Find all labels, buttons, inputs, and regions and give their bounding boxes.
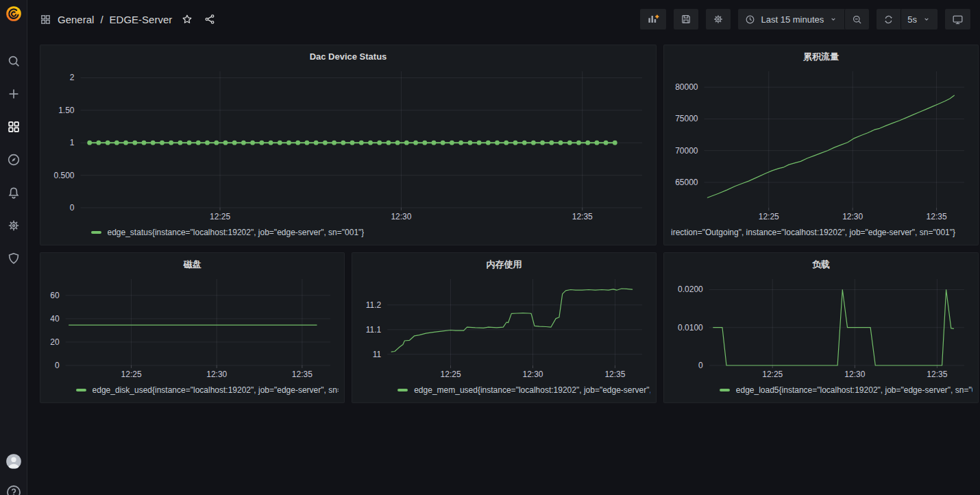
add-panel-button[interactable] [640, 9, 666, 29]
svg-text:12:30: 12:30 [206, 370, 227, 379]
legend-series-marker[interactable] [397, 389, 408, 391]
svg-text:12:25: 12:25 [121, 370, 142, 379]
panel-title[interactable]: 负载 [670, 257, 972, 274]
cycle-view-mode-button[interactable] [945, 9, 970, 29]
legend-series-marker[interactable] [91, 231, 101, 234]
legend-series-marker[interactable] [720, 389, 730, 391]
legend-series-marker[interactable] [76, 389, 86, 391]
refresh-button[interactable] [877, 9, 901, 29]
save-dashboard-button[interactable] [674, 9, 698, 29]
svg-text:40: 40 [50, 314, 60, 324]
breadcrumb-separator: / [100, 14, 103, 25]
refresh-interval-picker[interactable]: 5s [901, 9, 938, 29]
svg-text:12:25: 12:25 [210, 212, 230, 221]
sidebar-explore-button[interactable] [0, 143, 27, 176]
legend-series-name[interactable]: irection="Outgoing", instance="localhost… [671, 228, 955, 237]
sidebar-create-button[interactable] [0, 77, 27, 110]
svg-text:12:30: 12:30 [844, 370, 865, 379]
sidebar-dashboards-button[interactable] [0, 110, 27, 143]
time-range-picker[interactable]: Last 15 minutes [738, 9, 844, 29]
help-circle-icon [5, 484, 22, 495]
shield-icon [6, 251, 21, 266]
svg-text:0.500: 0.500 [53, 171, 74, 180]
svg-text:70000: 70000 [675, 146, 698, 156]
bell-icon [6, 185, 21, 200]
gear-icon [6, 218, 21, 233]
sidebar-alerting-button[interactable] [0, 176, 27, 209]
breadcrumb-folder[interactable]: General [58, 14, 94, 25]
refresh-controls: 5s [877, 9, 938, 29]
chart-plot-area: 12:2512:3012:3500.50011.502 [46, 66, 650, 226]
zoom-out-time-button[interactable] [844, 9, 869, 29]
svg-text:12:35: 12:35 [572, 212, 593, 221]
chart-canvas[interactable]: 12:2512:3012:3565000700007500080000 [670, 66, 972, 226]
chart-canvas[interactable]: 12:2512:3012:351111.111.2 [358, 274, 650, 383]
svg-text:12:35: 12:35 [927, 212, 947, 221]
svg-text:12:25: 12:25 [441, 370, 461, 379]
panel-row-2: 磁盘 12:2512:3012:350204060 edge_disk_used… [40, 252, 979, 403]
breadcrumb: General / EDGE-Server [40, 13, 216, 25]
save-icon [680, 13, 692, 25]
user-avatar[interactable] [5, 452, 23, 473]
grafana-logo[interactable] [5, 5, 23, 25]
svg-text:0: 0 [55, 361, 60, 370]
panel-title[interactable]: 磁盘 [46, 257, 339, 274]
svg-text:12:30: 12:30 [842, 212, 863, 221]
dashboards-grid-icon [6, 119, 21, 134]
compass-icon [6, 152, 21, 167]
chart-plot-area: 12:2512:3012:3500.01000.0200 [670, 274, 972, 383]
sidebar-configuration-button[interactable] [0, 209, 27, 242]
refresh-icon [883, 14, 894, 25]
chevron-down-icon [829, 14, 838, 24]
refresh-interval-label: 5s [907, 14, 917, 25]
svg-text:11.1: 11.1 [366, 325, 382, 335]
sidebar-search-button[interactable] [0, 45, 27, 77]
favorite-button[interactable] [181, 13, 193, 25]
clock-icon [744, 14, 756, 25]
zoom-out-icon [851, 14, 863, 25]
svg-text:80000: 80000 [675, 82, 698, 92]
svg-text:1.50: 1.50 [58, 106, 75, 115]
dashboard-header: General / EDGE-Server [27, 0, 980, 38]
panel-title[interactable]: Dac Device Status [46, 49, 650, 66]
panel-title[interactable]: 累积流量 [670, 49, 972, 66]
grafana-logo-icon [5, 5, 23, 23]
dashboard-grid-button[interactable] [40, 14, 51, 25]
chart-canvas[interactable]: 12:2512:3012:3500.50011.502 [46, 66, 650, 226]
panel-load: 负载 12:2512:3012:3500.01000.0200 edge_loa… [663, 252, 979, 403]
main-area: General / EDGE-Server [27, 0, 980, 495]
legend-series-name[interactable]: edge_load5{instance="localhost:19202", j… [736, 385, 972, 395]
svg-text:12:30: 12:30 [391, 212, 411, 221]
panel-dac-device-status: Dac Device Status 12:2512:3012:3500.5001… [40, 45, 657, 245]
monitor-icon [951, 13, 964, 26]
panel-row-1: Dac Device Status 12:2512:3012:3500.5001… [40, 45, 979, 245]
dashboard-settings-button[interactable] [706, 9, 731, 29]
share-icon [204, 13, 216, 25]
plus-icon [6, 86, 21, 101]
dashboard-toolbar: Last 15 minutes [640, 9, 970, 29]
svg-text:11: 11 [373, 350, 382, 359]
chart-canvas[interactable]: 12:2512:3012:3500.01000.0200 [670, 274, 972, 383]
apps-grid-icon [40, 14, 51, 25]
svg-text:0: 0 [698, 361, 703, 370]
legend-series-name[interactable]: edge_status{instance="localhost:19202", … [108, 228, 365, 237]
svg-text:20: 20 [50, 337, 60, 347]
panel-legend: edge_disk_used{instance="localhost:19202… [46, 383, 339, 397]
svg-text:12:25: 12:25 [762, 370, 783, 379]
star-icon [181, 13, 193, 25]
legend-series-name[interactable]: edge_mem_used{instance="localhost:19202"… [414, 385, 650, 395]
chart-canvas[interactable]: 12:2512:3012:350204060 [46, 274, 339, 383]
help-button[interactable] [5, 484, 22, 495]
grafana-app: General / EDGE-Server [0, 0, 980, 495]
svg-text:11.2: 11.2 [366, 300, 382, 310]
time-controls: Last 15 minutes [738, 9, 869, 29]
sidebar-server-admin-button[interactable] [0, 242, 27, 275]
svg-text:12:35: 12:35 [292, 370, 313, 379]
svg-text:1: 1 [70, 138, 75, 147]
panel-title[interactable]: 内存使用 [358, 257, 650, 274]
legend-series-name[interactable]: edge_disk_used{instance="localhost:19202… [93, 385, 339, 395]
svg-text:12:25: 12:25 [759, 212, 779, 221]
chart-plot-area: 12:2512:3012:3565000700007500080000 [670, 66, 972, 226]
panel-legend: irection="Outgoing", instance="localhost… [670, 226, 972, 239]
share-button[interactable] [204, 13, 216, 25]
